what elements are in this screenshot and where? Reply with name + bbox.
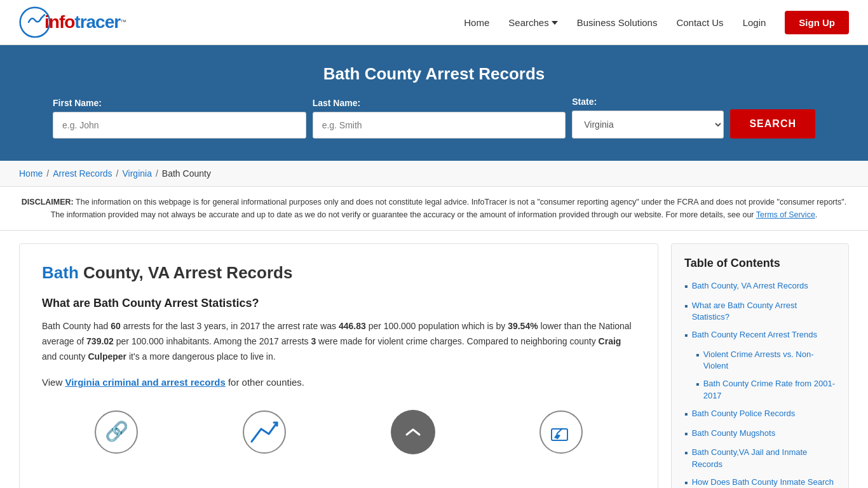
state-select[interactable]: AlabamaAlaskaArizonaArkansasCaliforniaCo… [572,111,724,139]
para1-rate: 446.83 [339,321,366,331]
signup-button[interactable]: Sign Up [785,11,849,34]
svg-point-5 [540,411,582,453]
article-section: Bath County, VA Arrest Records What are … [19,243,658,488]
para1-mid2: per 100.000 population which is by [366,321,508,331]
disclaimer-text: The information on this webpage is for g… [51,198,847,219]
last-name-label: Last Name: [313,98,566,108]
toc-item: ▪Bath County Crime Rate from 2001-2017 [696,378,836,401]
scroll-top-icon[interactable] [391,410,435,454]
para1-pct: 39.54% [508,321,538,331]
logo-text-blue: tracer [74,12,120,32]
toc-link-0[interactable]: Bath County, VA Arrest Records [692,280,808,292]
first-name-input[interactable] [53,112,306,139]
breadcrumb-bar: Home / Arrest Records / Virginia / Bath … [0,161,868,187]
toc-item: ▪Bath County, VA Arrest Records [684,280,836,294]
logo-text-red: info [44,12,74,32]
disclaimer-bar: DISCLAIMER: The information on this webp… [0,187,868,231]
article-title: Bath County, VA Arrest Records [42,263,635,283]
breadcrumb-sep-2: / [116,168,119,179]
para1-mid6: and county [42,351,88,362]
search-form: First Name: Last Name: State: AlabamaAla… [53,97,815,139]
article-title-rest: County, VA Arrest Records [79,263,293,282]
edit-icon [539,410,583,454]
disclaimer-period: . [815,210,817,219]
first-name-label: First Name: [53,98,306,108]
toc-link-3[interactable]: Violent Crime Arrests vs. Non-Violent [703,349,836,372]
toc-item: ▪Violent Crime Arrests vs. Non-Violent [696,349,836,372]
toc-link-4[interactable]: Bath County Crime Rate from 2001-2017 [703,378,836,401]
icons-row: 🔗 [42,403,635,454]
nav-home[interactable]: Home [464,17,489,28]
article-title-highlight: Bath [42,263,79,282]
toc-item: ▪Bath County,VA Jail and Inmate Records [684,447,836,470]
nav-contact-us[interactable]: Contact Us [676,17,723,28]
search-button[interactable]: SEARCH [730,109,815,139]
toc-bullet: ▪ [684,280,688,294]
breadcrumb-home[interactable]: Home [19,168,43,179]
toc-item: ▪Bath County Mugshots [684,428,836,441]
breadcrumb-virginia[interactable]: Virginia [123,168,152,179]
para1-pre: Bath County had [42,321,111,331]
trend-up-icon [242,410,287,454]
breadcrumb-bath-county: Bath County [162,168,211,179]
toc-link-1[interactable]: What are Bath County Arrest Statistics? [692,300,836,323]
toc-bullet: ▪ [684,447,688,460]
svg-text:🔗: 🔗 [104,420,128,443]
article-para-1: Bath County had 60 arrests for the last … [42,319,635,364]
hero-section: Bath County Arrest Records First Name: L… [0,45,868,161]
nav-searches[interactable]: Searches [508,17,557,28]
view-pre: View [42,377,65,388]
toc-bullet: ▪ [684,329,688,342]
para1-end: it's a more dangerous place to live in. [126,351,276,362]
view-post: for other counties. [226,377,304,388]
main-nav: Home Searches Business Solutions Contact… [464,11,849,34]
article-para-view: View Virginia criminal and arrest record… [42,374,635,391]
toc-link-5[interactable]: Bath County Police Records [692,408,796,419]
para1-national: 739.02 [86,336,114,346]
terms-of-service-link[interactable]: Terms of Service [756,210,815,219]
toc-bullet: ▪ [696,378,700,391]
para1-culpeper: Culpeper [88,351,126,362]
breadcrumb-sep-1: / [46,168,49,179]
para1-mid1: arrests for the last 3 years, in 2017 th… [121,321,339,331]
site-header: infotracer™ Home Searches Business Solut… [0,0,868,45]
hero-title: Bath County Arrest Records [19,64,849,84]
toc-bullet: ▪ [684,408,688,421]
breadcrumb: Home / Arrest Records / Virginia / Bath … [19,168,849,179]
state-group: State: AlabamaAlaskaArizonaArkansasCalif… [572,97,724,139]
toc-bullet: ▪ [684,428,688,441]
toc-bullet: ▪ [696,349,700,362]
disclaimer-label: DISCLAIMER: [22,198,74,207]
para1-arrests: 60 [111,321,121,331]
chevron-down-icon [552,21,558,25]
toc-link-7[interactable]: Bath County,VA Jail and Inmate Records [692,447,836,470]
section1-title: What are Bath County Arrest Statistics? [42,297,635,310]
arrest-icon: 🔗 [94,410,139,454]
toc-list: ▪Bath County, VA Arrest Records▪What are… [684,280,836,488]
main-content: Bath County, VA Arrest Records What are … [0,231,868,488]
para1-craig: Craig [599,336,621,346]
toc-bullet: ▪ [684,477,688,488]
nav-business-solutions[interactable]: Business Solutions [577,17,658,28]
toc-bullet: ▪ [684,300,688,313]
toc-link-8[interactable]: How Does Bath County Inmate Search Work? [692,477,836,488]
breadcrumb-sep-3: / [156,168,158,179]
logo-tm: ™ [120,18,126,25]
toc-item: ▪How Does Bath County Inmate Search Work… [684,477,836,488]
toc-link-2[interactable]: Bath County Recent Arrest Trends [692,329,817,341]
logo-area: infotracer™ [19,6,126,38]
para1-mid4: per 100.000 inhabitants. Among the 2017 … [114,336,311,346]
toc-title: Table of Contents [684,257,836,270]
last-name-group: Last Name: [313,98,566,139]
login-button[interactable]: Login [743,17,766,28]
last-name-input[interactable] [313,112,566,139]
view-link[interactable]: Virginia criminal and arrest records [65,377,225,388]
first-name-group: First Name: [53,98,306,139]
toc-link-6[interactable]: Bath County Mugshots [692,428,776,439]
svg-marker-8 [554,434,560,439]
toc-item: ▪What are Bath County Arrest Statistics? [684,300,836,323]
table-of-contents: Table of Contents ▪Bath County, VA Arres… [671,243,849,488]
breadcrumb-arrest-records[interactable]: Arrest Records [53,168,112,179]
state-label: State: [572,97,724,107]
para1-mid5: were made for violent crime charges. Com… [316,336,598,346]
